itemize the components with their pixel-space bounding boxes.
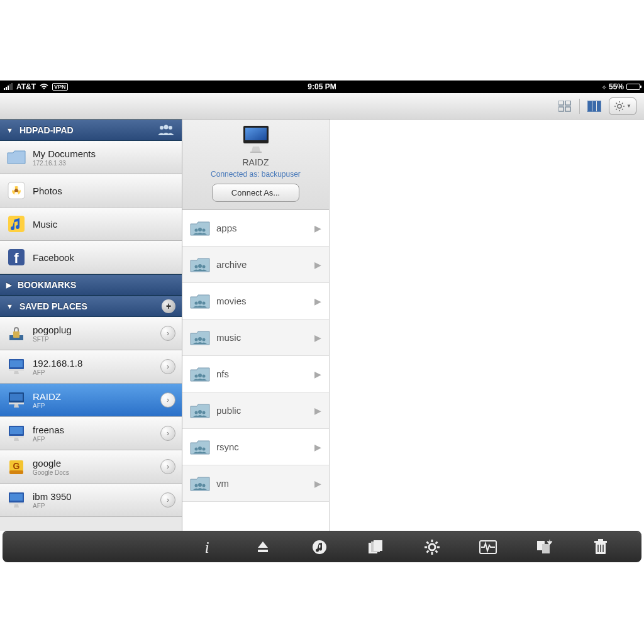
chevron-right-icon[interactable]: ›: [160, 459, 175, 474]
svg-rect-25: [9, 369, 24, 371]
svg-rect-28: [9, 402, 24, 404]
sidebar-item-facebook[interactable]: f Facebook: [0, 241, 182, 274]
sidebar-item-label: Facebook: [33, 252, 175, 263]
svg-point-16: [18, 186, 21, 191]
svg-point-9: [160, 126, 164, 130]
svg-line-78: [426, 541, 428, 543]
chevron-right-icon[interactable]: ›: [160, 392, 175, 408]
eject-icon[interactable]: [253, 537, 273, 557]
chevron-right-icon: ▶: [314, 479, 321, 489]
add-place-button[interactable]: +: [162, 299, 175, 313]
sidebar-item-label: My Documents: [33, 148, 175, 159]
sidebar-item-label: Music: [33, 219, 175, 230]
transfer-icon[interactable]: [535, 537, 555, 557]
chevron-right-icon[interactable]: ›: [160, 326, 175, 341]
folder-row[interactable]: music ▶: [182, 319, 329, 356]
sidebar-item-label: google: [33, 458, 154, 469]
svg-rect-30: [10, 427, 23, 434]
chevron-right-icon: ▶: [314, 223, 321, 233]
svg-point-15: [11, 186, 15, 191]
documents-icon[interactable]: [365, 537, 386, 557]
chevron-right-icon[interactable]: ›: [160, 492, 175, 508]
sidebar-place-google[interactable]: G google Google Docs ›: [0, 450, 182, 484]
bluetooth-icon: ⟡: [602, 83, 606, 91]
folder-row[interactable]: rsync ▶: [182, 429, 329, 465]
svg-point-51: [203, 301, 206, 304]
sidebar-item-label: RAIDZ: [33, 391, 154, 402]
shared-folder-icon: [190, 257, 210, 273]
folder-row[interactable]: nfs ▶: [182, 356, 329, 392]
chevron-right-icon: ▶: [314, 296, 321, 306]
sidebar-item-label: Photos: [33, 186, 175, 196]
svg-rect-41: [243, 143, 269, 147]
sidebar-place-ip[interactable]: 192.168.1.8 AFP ›: [0, 350, 182, 384]
carrier-label: AT&T: [16, 82, 36, 91]
folder-row[interactable]: apps ▶: [182, 210, 329, 247]
svg-point-55: [195, 374, 198, 377]
sidebar-item-photos[interactable]: Photos: [0, 174, 182, 208]
sidebar-place-ibm[interactable]: ibm 3950 AFP ›: [0, 484, 182, 517]
svg-rect-40: [245, 128, 267, 140]
sidebar-place-pogoplug[interactable]: pogoplug SFTP ›: [0, 317, 182, 350]
folder-label: movies: [216, 296, 308, 306]
status-time: 9:05 PM: [308, 82, 336, 91]
svg-rect-1: [565, 101, 570, 105]
svg-rect-0: [558, 101, 564, 105]
signal-icon: [4, 84, 13, 90]
svg-point-69: [313, 540, 326, 554]
info-icon[interactable]: i: [197, 537, 217, 557]
folder-label: apps: [216, 223, 308, 233]
svg-point-58: [195, 411, 198, 414]
svg-rect-5: [588, 101, 592, 111]
svg-point-61: [195, 447, 198, 450]
sidebar-item-sublabel: AFP: [33, 502, 154, 509]
section-header-device[interactable]: ▼ HDPAD-IPAD: [0, 119, 182, 141]
note-icon[interactable]: [309, 537, 330, 557]
detail-column: [330, 119, 644, 531]
svg-rect-22: [13, 331, 19, 338]
svg-rect-84: [542, 544, 550, 553]
connect-as-button[interactable]: Connect As...: [212, 184, 299, 202]
activity-icon[interactable]: [478, 537, 498, 557]
section-header-bookmarks[interactable]: ▶ BOOKMARKS: [0, 274, 182, 296]
sidebar-place-freenas[interactable]: freenas AFP ›: [0, 417, 182, 450]
sidebar-place-raidz[interactable]: RAIDZ AFP ›: [0, 384, 182, 417]
server-imac-icon: [240, 125, 272, 153]
imac-icon: [6, 390, 26, 410]
server-header: RAIDZ Connected as: backupuser Connect A…: [182, 119, 329, 210]
chevron-right-icon: ▶: [314, 442, 321, 452]
sidebar-item-documents[interactable]: My Documents 172.16.1.33: [0, 141, 182, 174]
column-view-icon[interactable]: [586, 99, 602, 113]
trash-icon[interactable]: [591, 537, 611, 557]
vpn-badge: VPN: [52, 83, 68, 91]
chevron-right-icon: ▶: [314, 369, 321, 379]
svg-point-52: [195, 338, 198, 341]
chevron-right-icon[interactable]: ›: [160, 359, 175, 374]
sidebar-item-label: pogoplug: [33, 325, 154, 335]
shared-folder-icon: [190, 402, 210, 419]
section-header-saved-places[interactable]: ▼ SAVED PLACES +: [0, 296, 182, 317]
folder-row[interactable]: vm ▶: [182, 465, 329, 502]
svg-rect-68: [258, 550, 268, 552]
svg-rect-7: [597, 101, 601, 111]
photos-icon: [6, 180, 26, 201]
folder-row[interactable]: public ▶: [182, 392, 329, 429]
svg-point-56: [198, 374, 202, 377]
sidebar-item-music[interactable]: Music: [0, 208, 182, 241]
grid-view-icon[interactable]: [557, 99, 573, 113]
chevron-right-icon[interactable]: ›: [160, 426, 175, 441]
folder-row[interactable]: movies ▶: [182, 283, 329, 319]
folder-row[interactable]: archive ▶: [182, 247, 329, 283]
settings-button[interactable]: ▼: [609, 97, 636, 115]
battery-icon: [626, 84, 640, 90]
svg-point-8: [618, 104, 621, 108]
svg-point-65: [198, 483, 202, 487]
gear-icon[interactable]: [422, 537, 442, 557]
folder-label: music: [216, 332, 308, 343]
folder-label: public: [216, 405, 308, 416]
users-icon[interactable]: [157, 125, 175, 136]
gear-icon: [614, 101, 625, 112]
sidebar-item-sublabel: Google Docs: [33, 469, 154, 476]
folder-list-column: RAIDZ Connected as: backupuser Connect A…: [182, 119, 330, 531]
chevron-down-icon: ▼: [6, 303, 13, 310]
